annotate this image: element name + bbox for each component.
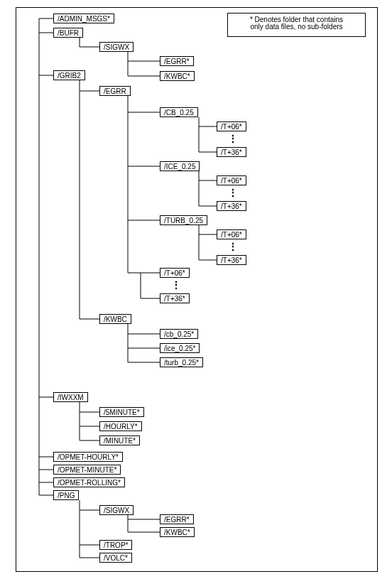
node-sigwx-png: /SIGWX xyxy=(99,505,134,515)
legend-box: * Denotes folder that contains only data… xyxy=(227,13,366,37)
node-bufr: /BUFR xyxy=(53,28,83,38)
node-opmet-minute: /OPMET-MINUTE* xyxy=(53,465,121,475)
node-ice-025: /ICE_0.25 xyxy=(160,161,200,171)
node-volc: /VOLC* xyxy=(99,553,132,563)
node-cb-025s: /cb_0.25* xyxy=(160,329,198,339)
node-turb-025s: /turb_0.25* xyxy=(160,357,203,367)
node-png: /PNG xyxy=(53,490,79,500)
node-ice-025s: /ice_0.25* xyxy=(160,343,200,353)
diagram-page: * Denotes folder that contains only data… xyxy=(0,0,392,579)
node-turb-025: /TURB_0.25 xyxy=(160,215,207,225)
node-t06-cb: /T+06* xyxy=(217,121,246,131)
node-t06-ice: /T+06* xyxy=(217,175,246,185)
node-minute: /MINUTE* xyxy=(99,435,140,445)
node-cb-025: /CB_0.25 xyxy=(160,107,198,117)
ellipsis-icon: ⋮ xyxy=(232,241,234,251)
node-trop: /TROP* xyxy=(99,540,132,550)
node-kwbc-bufr: /KWBC* xyxy=(160,71,195,81)
node-5minute: /5MINUTE* xyxy=(99,407,144,417)
node-t36-egrr: /T+36* xyxy=(160,293,190,303)
node-admin-msgs: /ADMIN_MSGS* xyxy=(53,13,114,23)
node-t06-turb: /T+06* xyxy=(217,229,246,239)
ellipsis-icon: ⋮ xyxy=(232,187,234,197)
node-iwxxm: /IWXXM xyxy=(53,392,88,402)
node-t36-turb: /T+36* xyxy=(217,255,246,265)
node-t06-egrr: /T+06* xyxy=(160,268,190,278)
ellipsis-icon: ⋮ xyxy=(175,279,178,290)
node-opmet-hourly: /OPMET-HOURLY* xyxy=(53,452,123,462)
node-kwbc-png: /KWBC* xyxy=(160,527,195,537)
ellipsis-icon: ⋮ xyxy=(232,133,234,144)
node-opmet-rolling: /OPMET-ROLLING* xyxy=(53,477,125,487)
node-sigwx-bufr: /SIGWX xyxy=(99,42,134,52)
node-t36-cb: /T+36* xyxy=(217,147,246,157)
node-hourly: /HOURLY* xyxy=(99,421,142,431)
node-kwbc-grib2: /KWBC xyxy=(99,314,131,324)
node-egrr-bufr: /EGRR* xyxy=(160,56,194,66)
node-egrr-grib2: /EGRR xyxy=(99,86,131,96)
node-egrr-png: /EGRR* xyxy=(160,514,194,524)
node-grib2: /GRIB2 xyxy=(53,70,85,80)
node-t36-ice: /T+36* xyxy=(217,201,246,211)
legend-line2: only data files, no sub-folders xyxy=(228,23,365,31)
